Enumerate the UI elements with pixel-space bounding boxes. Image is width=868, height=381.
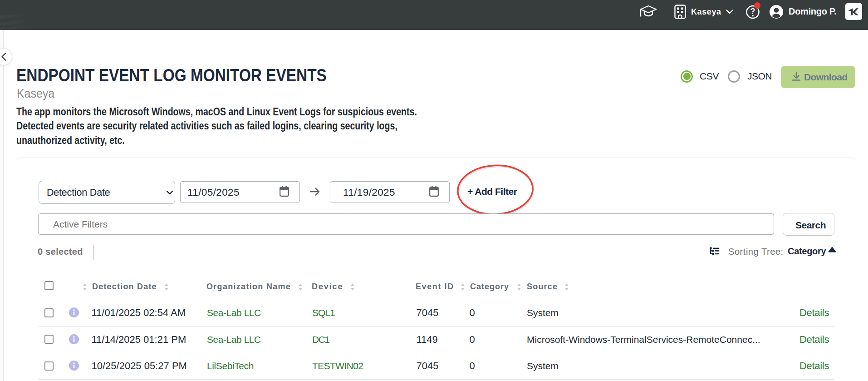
svg-text:?: ?: [750, 7, 755, 16]
